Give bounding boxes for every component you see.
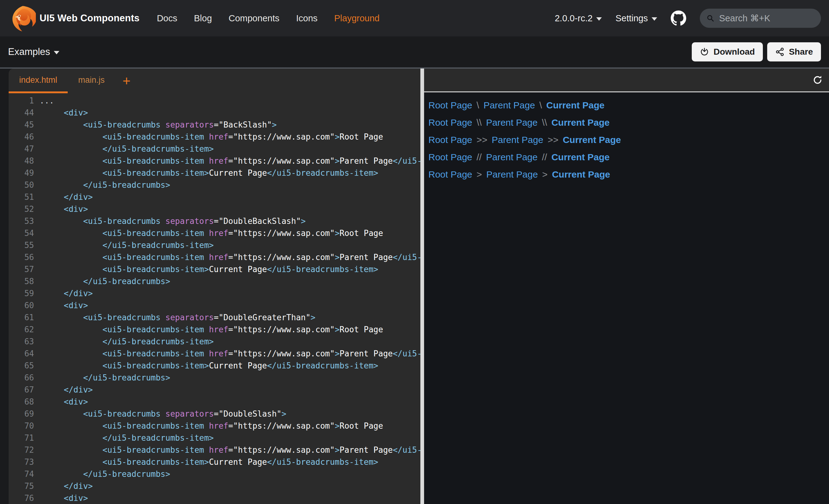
- preview-canvas: Root Page\Parent Page\Current PageRoot P…: [424, 92, 829, 504]
- breadcrumb-link[interactable]: Root Page: [428, 152, 472, 162]
- breadcrumb-link[interactable]: Parent Page: [486, 152, 538, 162]
- code-line: 73 <ui5-breadcrumbs-item>Current Page</u…: [9, 456, 420, 468]
- add-tab-button[interactable]: +: [118, 69, 135, 93]
- code-line: 50 </ui5-breadcrumbs>: [9, 179, 420, 191]
- line-number: 53: [9, 215, 34, 227]
- share-button[interactable]: Share: [767, 42, 821, 62]
- line-number: 61: [9, 312, 34, 324]
- main-nav: Docs Blog Components Icons Playground: [157, 13, 380, 24]
- code-line: 46 <ui5-breadcrumbs-item href="https://w…: [9, 131, 420, 143]
- nav-item-playground[interactable]: Playground: [334, 13, 380, 24]
- breadcrumb-link[interactable]: Parent Page: [483, 100, 535, 111]
- line-number: 64: [9, 348, 34, 360]
- code-line: 61 <ui5-breadcrumbs separators="DoubleGr…: [9, 312, 420, 324]
- line-number: 50: [9, 179, 34, 191]
- settings-menu[interactable]: Settings: [615, 13, 657, 24]
- chevron-down-icon: [596, 17, 602, 21]
- breadcrumb-separator: \\: [477, 117, 482, 128]
- line-number: 44: [9, 107, 34, 119]
- breadcrumb-link[interactable]: Parent Page: [486, 117, 538, 128]
- code-line: 47 </ui5-breadcrumbs-item>: [9, 143, 420, 155]
- code-line: 60 <div>: [9, 300, 420, 312]
- search-icon: [707, 14, 714, 23]
- version-label: 2.0.0-rc.2: [555, 13, 593, 24]
- code-line: 64 <ui5-breadcrumbs-item href="https://w…: [9, 348, 420, 360]
- line-number: 59: [9, 287, 34, 300]
- code-line: 49 <ui5-breadcrumbs-item>Current Page</u…: [9, 167, 420, 179]
- line-number: 71: [9, 432, 34, 444]
- line-number: 76: [9, 492, 34, 504]
- version-select[interactable]: 2.0.0-rc.2: [555, 13, 602, 24]
- download-button[interactable]: Download: [692, 42, 763, 62]
- line-number: 52: [9, 203, 34, 215]
- chevron-down-icon: [54, 51, 59, 54]
- editor-code-area[interactable]: 1...44 <div>45 <ui5-breadcrumbs separato…: [9, 93, 420, 504]
- nav-item-components[interactable]: Components: [229, 13, 280, 24]
- line-number: 72: [9, 444, 34, 456]
- code-line: 68 <div>: [9, 396, 420, 408]
- chevron-down-icon: [652, 17, 657, 21]
- plus-icon: +: [123, 73, 131, 89]
- breadcrumb-link[interactable]: Root Page: [428, 117, 472, 128]
- code-line: 56 <ui5-breadcrumbs-item href="https://w…: [9, 251, 420, 263]
- breadcrumb-row: Root Page>Parent Page>Current Page: [428, 166, 829, 183]
- examples-label: Examples: [8, 46, 50, 57]
- search-input[interactable]: [719, 13, 814, 24]
- line-number: 63: [9, 336, 34, 348]
- code-line: 67 </div>: [9, 384, 420, 396]
- examples-menu[interactable]: Examples: [8, 46, 59, 57]
- breadcrumb-row: Root Page>>Parent Page>>Current Page: [428, 131, 829, 149]
- breadcrumb-separator: >>: [477, 134, 488, 145]
- code-line: 55 </ui5-breadcrumbs-item>: [9, 239, 420, 251]
- code-line: 62 <ui5-breadcrumbs-item href="https://w…: [9, 324, 420, 336]
- line-number: 51: [9, 191, 34, 203]
- nav-item-blog[interactable]: Blog: [194, 13, 212, 24]
- site-title: UI5 Web Components: [40, 13, 139, 24]
- share-icon: [775, 47, 785, 56]
- code-line: 65 <ui5-breadcrumbs-item>Current Page</u…: [9, 360, 420, 372]
- line-number: 70: [9, 420, 34, 432]
- line-number: 60: [9, 300, 34, 312]
- code-line: 63 </ui5-breadcrumbs-item>: [9, 336, 420, 348]
- editor-tabbar: index.html main.js +: [9, 69, 420, 93]
- code-line: 54 <ui5-breadcrumbs-item href="https://w…: [9, 227, 420, 239]
- line-number: 73: [9, 456, 34, 468]
- breadcrumb-separator: >: [477, 169, 482, 180]
- line-number: 58: [9, 275, 34, 287]
- line-number: 74: [9, 468, 34, 480]
- line-number: 62: [9, 324, 34, 336]
- line-number: 68: [9, 396, 34, 408]
- code-line: 45 <ui5-breadcrumbs separators="BackSlas…: [9, 119, 420, 131]
- tab-index-html[interactable]: index.html: [9, 69, 68, 93]
- app-header: UI5 Web Components Docs Blog Components …: [0, 0, 829, 36]
- breadcrumb-link[interactable]: Root Page: [428, 169, 472, 180]
- download-label: Download: [713, 47, 755, 57]
- refresh-button[interactable]: [811, 74, 824, 86]
- code-line: 48 <ui5-breadcrumbs-item href="https://w…: [9, 155, 420, 167]
- breadcrumb-row: Root Page\Parent Page\Current Page: [428, 96, 829, 114]
- settings-label: Settings: [615, 13, 648, 24]
- splitter-handle[interactable]: [420, 69, 424, 504]
- line-number: 57: [9, 263, 34, 275]
- line-number: 56: [9, 251, 34, 263]
- tab-main-js[interactable]: main.js: [68, 69, 115, 93]
- github-link[interactable]: [671, 10, 686, 26]
- code-line: 1...: [9, 95, 420, 107]
- preview-pane: Root Page\Parent Page\Current PageRoot P…: [424, 69, 829, 504]
- breadcrumb-current: Current Page: [551, 152, 610, 162]
- breadcrumb-link[interactable]: Root Page: [428, 100, 472, 111]
- breadcrumb-link[interactable]: Parent Page: [486, 169, 538, 180]
- line-number: 48: [9, 155, 34, 167]
- code-line: 75 </div>: [9, 480, 420, 492]
- phoenix-logo-icon[interactable]: [8, 3, 36, 33]
- breadcrumb-link[interactable]: Root Page: [428, 134, 472, 145]
- sample-toolbar: Examples Download Share: [0, 36, 829, 67]
- nav-item-docs[interactable]: Docs: [157, 13, 177, 24]
- nav-item-icons[interactable]: Icons: [296, 13, 318, 24]
- line-number: 67: [9, 384, 34, 396]
- search-box: [700, 9, 821, 28]
- breadcrumb-link[interactable]: Parent Page: [492, 134, 543, 145]
- line-number: 46: [9, 131, 34, 143]
- line-number: 45: [9, 119, 34, 131]
- refresh-icon: [812, 75, 823, 85]
